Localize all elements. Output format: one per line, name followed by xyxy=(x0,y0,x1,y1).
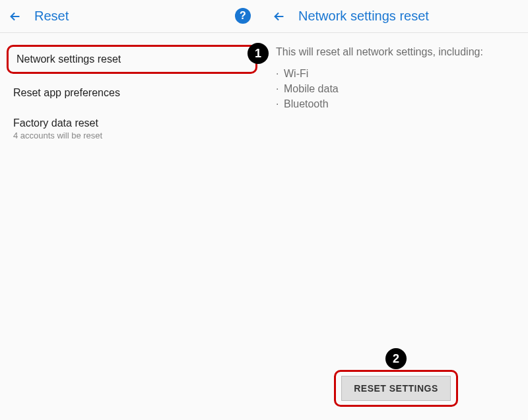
bullet-item: Wi-Fi xyxy=(284,66,308,81)
menu-subtitle: 4 accounts will be reset xyxy=(13,131,251,140)
back-arrow-icon[interactable] xyxy=(8,9,22,24)
right-header: Network settings reset xyxy=(264,0,528,33)
reset-description: This will reset all network settings, in… xyxy=(276,46,516,58)
menu-item-network-reset[interactable]: Network settings reset xyxy=(16,53,248,65)
reset-bullet-list: ·Wi-Fi ·Mobile data ·Bluetooth xyxy=(276,66,516,112)
menu-item-factory-reset[interactable]: Factory data reset 4 accounts will be re… xyxy=(7,108,257,150)
reset-settings-button[interactable]: RESET SETTINGS xyxy=(341,376,451,401)
left-header: Reset ? xyxy=(0,0,264,33)
menu-item-reset-app-prefs[interactable]: Reset app preferences xyxy=(7,78,257,108)
help-icon[interactable]: ? xyxy=(235,8,251,24)
menu-title: Factory data reset xyxy=(13,117,251,129)
bullet-item: Mobile data xyxy=(284,81,339,96)
left-title: Reset xyxy=(34,9,69,24)
bullet-item: Bluetooth xyxy=(284,96,329,111)
right-title: Network settings reset xyxy=(298,9,429,24)
back-arrow-icon[interactable] xyxy=(272,9,286,24)
reset-button-highlight: RESET SETTINGS 2 xyxy=(334,370,458,407)
menu-title: Reset app preferences xyxy=(13,87,251,99)
menu-item-network-reset-highlight: Network settings reset 1 xyxy=(7,45,257,74)
annotation-badge-2: 2 xyxy=(385,348,407,369)
